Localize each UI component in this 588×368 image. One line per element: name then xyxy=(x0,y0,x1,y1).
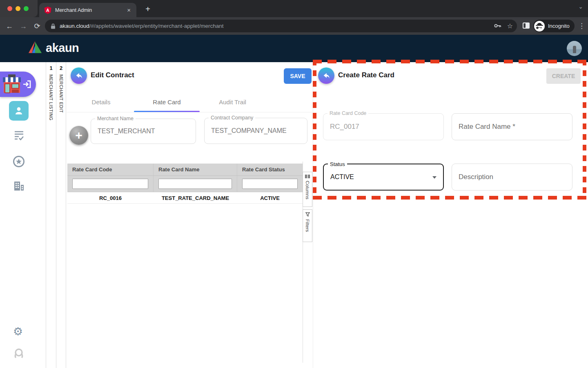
tab-details[interactable]: Details xyxy=(68,93,134,111)
filter-funnel-icon xyxy=(305,212,310,217)
brand-logo: akaun xyxy=(28,40,79,56)
browser-menu-icon[interactable]: ⋮ xyxy=(578,21,585,31)
reload-button[interactable]: ⟳ xyxy=(32,21,42,31)
filters-side-tab[interactable]: Filters xyxy=(303,209,312,242)
sidebar-item-favorites[interactable] xyxy=(9,155,29,168)
columns-side-tab[interactable]: Columns xyxy=(303,172,312,207)
workspace-tab-merchant-listing[interactable]: 1 MERCHANT LISTING xyxy=(46,62,56,368)
tab-title: Merchant Admin xyxy=(55,7,126,13)
active-tab-underline xyxy=(134,111,200,112)
minimize-window-button[interactable] xyxy=(16,6,20,11)
close-tab-icon[interactable]: × xyxy=(126,7,131,13)
sidebar-item-account[interactable] xyxy=(9,348,29,361)
profile-head-icon xyxy=(13,348,24,361)
back-button-create-rate-card[interactable] xyxy=(318,67,334,84)
columns-label: Columns xyxy=(305,181,310,199)
filter-input-rate-card-name[interactable] xyxy=(158,179,232,189)
table-side-strip: Columns Filters xyxy=(303,162,312,363)
workspace-tab-number: 2 xyxy=(56,65,66,71)
app-header: akaun xyxy=(0,35,588,62)
sidebar-item-profile[interactable] xyxy=(9,101,29,121)
person-icon xyxy=(13,105,24,116)
create-button[interactable]: CREATE xyxy=(546,68,581,84)
user-avatar[interactable] xyxy=(567,41,582,56)
rate-card-code-value: RC_0017 xyxy=(330,123,359,131)
sidebar-item-tasklist[interactable] xyxy=(9,130,29,141)
contract-company-value: TEST_COMPANY_NAME xyxy=(211,127,287,135)
save-button[interactable]: SAVE xyxy=(284,68,312,84)
building-icon xyxy=(13,181,24,191)
sidebar-item-organization[interactable] xyxy=(9,181,29,191)
cell-rate-card-name: TEST_RATE_CARD_NAME xyxy=(154,192,237,203)
cell-rate-card-code: RC_0016 xyxy=(67,192,154,203)
url-host: akaun.cloud xyxy=(60,23,89,29)
app-sidebar: ⚙ xyxy=(0,62,37,368)
svg-text:A: A xyxy=(46,7,49,12)
bookmark-star-icon[interactable]: ☆ xyxy=(507,22,513,30)
traffic-light-zone xyxy=(0,0,38,17)
status-value: ACTIVE xyxy=(330,173,354,181)
lock-icon xyxy=(51,23,56,29)
merchant-name-label: Merchant Name xyxy=(95,116,136,121)
edit-contract-tabs: Details Rate Card Audit Trail xyxy=(67,93,312,112)
tab-search-icon[interactable]: ⌄ xyxy=(578,3,583,10)
description-placeholder: Description xyxy=(459,173,493,181)
incognito-spy-icon xyxy=(534,21,545,31)
akaun-triangle-icon xyxy=(28,40,42,56)
page: A Merchant Admin × + ⌄ ← → ⟳ akaun.cloud… xyxy=(0,0,588,368)
tab-rate-card[interactable]: Rate Card xyxy=(134,93,200,111)
maximize-window-button[interactable] xyxy=(24,6,29,11)
task-list-icon xyxy=(13,130,24,141)
column-header-rate-card-name[interactable]: Rate Card Name xyxy=(154,164,237,175)
status-select[interactable]: Status ACTIVE xyxy=(323,164,444,191)
back-button[interactable]: ← xyxy=(4,21,15,31)
filter-input-rate-card-code[interactable] xyxy=(72,179,148,189)
settings-gear-icon[interactable]: ⚙ xyxy=(8,325,28,338)
contract-company-label: Contract Company xyxy=(209,115,255,121)
column-header-rate-card-status[interactable]: Rate Card Status xyxy=(237,164,303,175)
rate-card-name-placeholder: Rate Card Name * xyxy=(459,123,515,131)
merchant-name-value: TEST_MERCHANT xyxy=(98,128,155,135)
create-rate-card-panel: Create Rate Card CREATE Rate Card Code R… xyxy=(313,62,588,368)
star-circle-icon xyxy=(13,155,25,168)
description-field[interactable]: Description xyxy=(452,164,572,191)
brand-name: akaun xyxy=(46,41,79,55)
tab-audit-trail[interactable]: Audit Trail xyxy=(200,93,265,111)
angular-favicon-icon: A xyxy=(44,7,51,14)
back-arrow-icon xyxy=(75,72,83,80)
enter-arrow-icon xyxy=(22,79,32,91)
edit-contract-panel: Edit Contract SAVE Details Rate Card Aud… xyxy=(67,62,312,368)
side-panel-icon[interactable] xyxy=(523,22,530,29)
column-header-rate-card-code[interactable]: Rate Card Code xyxy=(67,164,154,175)
create-rate-card-title: Create Rate Card xyxy=(338,71,394,79)
contract-company-field: Contract Company TEST_COMPANY_NAME xyxy=(204,118,307,144)
table-row[interactable]: RC_0016 TEST_RATE_CARD_NAME ACTIVE xyxy=(67,192,303,204)
filter-input-rate-card-status[interactable] xyxy=(242,179,298,189)
new-tab-button[interactable]: + xyxy=(142,4,154,15)
status-label: Status xyxy=(328,161,347,167)
browser-toolbar: ← → ⟳ akaun.cloud/#/applets/wavelet/erp/… xyxy=(0,17,588,35)
incognito-badge: Incognito xyxy=(533,20,575,32)
table-header-row: Rate Card Code Rate Card Name Rate Card … xyxy=(67,164,303,176)
rate-card-code-field: Rate Card Code RC_0017 xyxy=(323,113,444,140)
edit-contract-title: Edit Contract xyxy=(91,71,134,79)
rate-card-table: Rate Card Code Rate Card Name Rate Card … xyxy=(67,164,303,204)
workspace-tab-label: MERCHANT LISTING xyxy=(49,74,53,121)
sidebar-item-merchant-active[interactable] xyxy=(0,72,36,97)
forward-button[interactable]: → xyxy=(18,21,29,31)
add-rate-card-button[interactable]: + xyxy=(69,126,88,145)
workspace-tab-merchant-edit[interactable]: 2 MERCHANT EDIT xyxy=(56,62,66,368)
rate-card-code-label: Rate Card Code xyxy=(327,110,368,116)
close-window-button[interactable] xyxy=(7,6,12,11)
address-bar[interactable]: akaun.cloud/#/applets/wavelet/erp/entity… xyxy=(45,20,517,32)
chevron-down-icon xyxy=(432,176,437,179)
browser-tabstrip: A Merchant Admin × + ⌄ xyxy=(0,0,588,17)
storefront-icon xyxy=(2,74,23,96)
back-button-edit-contract[interactable] xyxy=(71,67,87,84)
filters-label: Filters xyxy=(305,219,310,232)
cell-rate-card-status: ACTIVE xyxy=(237,192,303,203)
rate-card-name-field[interactable]: Rate Card Name * xyxy=(452,113,572,140)
password-key-icon[interactable] xyxy=(494,22,501,30)
browser-tab[interactable]: A Merchant Admin × xyxy=(39,3,136,17)
workspace-tab-label: MERCHANT EDIT xyxy=(59,74,64,113)
